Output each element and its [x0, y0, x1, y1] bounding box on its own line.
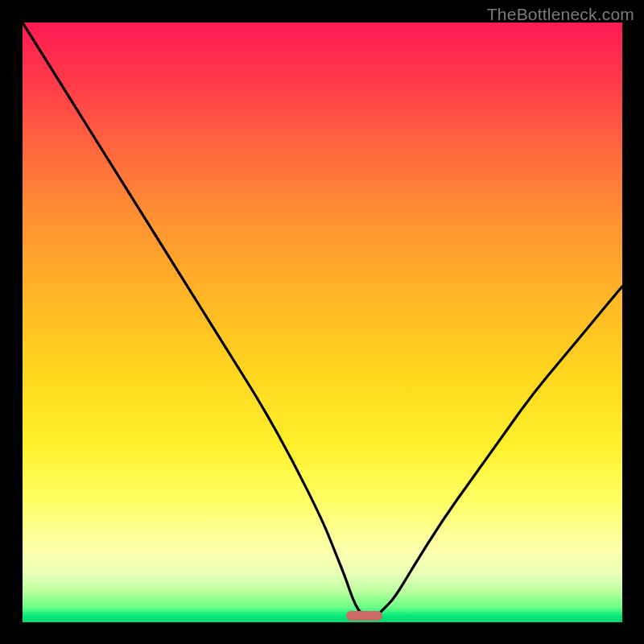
optimal-marker — [346, 611, 382, 621]
chart-frame: TheBottleneck.com — [0, 0, 644, 644]
plot-area — [23, 23, 622, 622]
watermark-text: TheBottleneck.com — [487, 5, 634, 24]
curve-path — [23, 23, 622, 617]
bottleneck-curve — [23, 23, 622, 622]
